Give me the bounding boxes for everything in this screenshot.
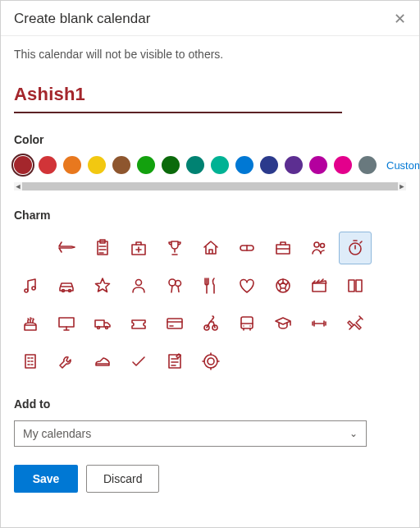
color-swatch[interactable]	[358, 156, 377, 174]
heart-icon[interactable]	[231, 269, 263, 302]
color-swatch[interactable]	[309, 156, 327, 174]
save-button[interactable]: Save	[14, 465, 78, 493]
svg-point-26	[204, 355, 217, 368]
color-swatch[interactable]	[235, 156, 253, 174]
svg-point-8	[25, 289, 28, 292]
svg-point-9	[32, 287, 35, 290]
discard-button[interactable]: Discard	[86, 465, 159, 493]
color-swatch[interactable]	[14, 156, 32, 174]
color-swatch[interactable]	[260, 156, 278, 174]
scroll-left-icon[interactable]: ◄	[14, 182, 22, 191]
svg-rect-23	[241, 317, 253, 328]
airplane-icon[interactable]	[50, 232, 83, 264]
svg-point-13	[169, 279, 176, 286]
charm-section-label: Charm	[14, 209, 406, 222]
wrench-icon[interactable]	[50, 345, 83, 378]
credit-card-icon[interactable]	[158, 307, 191, 340]
music-icon[interactable]	[14, 269, 47, 302]
balloons-icon[interactable]	[158, 269, 191, 302]
add-to-dropdown[interactable]: My calendars ⌄	[14, 420, 367, 447]
scroll-right-icon[interactable]: ►	[398, 182, 406, 191]
svg-rect-24	[25, 355, 35, 368]
customize-colors-link[interactable]: Customize	[386, 159, 420, 172]
none-icon[interactable]	[14, 232, 47, 264]
clipboard-icon[interactable]	[86, 232, 119, 264]
color-swatch[interactable]	[88, 156, 106, 174]
stopwatch-icon[interactable]	[339, 232, 372, 264]
color-swatch[interactable]	[186, 156, 204, 174]
pill-icon[interactable]	[231, 232, 263, 264]
car-icon[interactable]	[50, 269, 83, 302]
star-icon[interactable]	[86, 269, 119, 302]
food-icon[interactable]	[194, 269, 227, 302]
color-swatch[interactable]	[285, 156, 303, 174]
dialog-subtitle: This calendar will not be visible to oth…	[14, 48, 406, 61]
cake-icon[interactable]	[14, 307, 47, 340]
home-icon[interactable]	[194, 232, 227, 264]
color-swatch[interactable]	[162, 156, 180, 174]
clapperboard-icon[interactable]	[303, 269, 336, 302]
color-scrollbar[interactable]: ◄ ►	[14, 182, 406, 191]
building-icon[interactable]	[14, 345, 47, 378]
monitor-icon[interactable]	[50, 307, 83, 340]
svg-rect-16	[313, 283, 326, 292]
cycling-icon[interactable]	[194, 307, 227, 340]
trophy-icon[interactable]	[158, 232, 191, 264]
close-icon[interactable]: ✕	[394, 11, 406, 26]
dumbbell-icon[interactable]	[303, 307, 336, 340]
scroll-thumb[interactable]	[22, 182, 398, 191]
notes-icon[interactable]	[158, 345, 191, 378]
color-swatch[interactable]	[137, 156, 155, 174]
bus-icon[interactable]	[231, 307, 263, 340]
svg-point-18	[98, 327, 100, 329]
svg-point-6	[321, 244, 325, 248]
book-icon[interactable]	[339, 269, 372, 302]
add-to-value: My calendars	[23, 427, 91, 440]
checkmark-icon[interactable]	[122, 345, 155, 378]
graduation-icon[interactable]	[267, 307, 299, 340]
briefcase-icon[interactable]	[267, 232, 299, 264]
shoe-icon[interactable]	[86, 345, 119, 378]
medical-kit-icon[interactable]	[122, 232, 155, 264]
svg-point-27	[208, 358, 214, 365]
charm-grid	[14, 232, 406, 378]
soccer-icon[interactable]	[267, 269, 299, 302]
svg-point-12	[136, 280, 142, 286]
color-swatch[interactable]	[63, 156, 81, 174]
color-swatch[interactable]	[112, 156, 130, 174]
chevron-down-icon: ⌄	[349, 428, 358, 439]
color-swatch-row: Customize	[14, 156, 406, 174]
tools-icon[interactable]	[339, 307, 372, 340]
truck-icon[interactable]	[86, 307, 119, 340]
person-icon[interactable]	[122, 269, 155, 302]
color-section-label: Color	[14, 133, 406, 146]
svg-point-19	[106, 327, 108, 329]
target-icon[interactable]	[194, 345, 227, 378]
color-swatch[interactable]	[39, 156, 57, 174]
color-swatch[interactable]	[334, 156, 352, 174]
color-swatch[interactable]	[211, 156, 229, 174]
svg-point-5	[314, 242, 319, 247]
svg-rect-17	[59, 318, 74, 327]
dialog-title: Create blank calendar	[14, 11, 150, 27]
dialog-header: Create blank calendar ✕	[1, 1, 419, 36]
calendar-name-input[interactable]: Ashish1	[14, 84, 342, 113]
dialog-buttons: Save Discard	[14, 465, 406, 493]
people-icon[interactable]	[303, 232, 336, 264]
svg-rect-20	[167, 319, 182, 328]
ticket-icon[interactable]	[122, 307, 155, 340]
add-to-label: Add to	[14, 397, 406, 411]
